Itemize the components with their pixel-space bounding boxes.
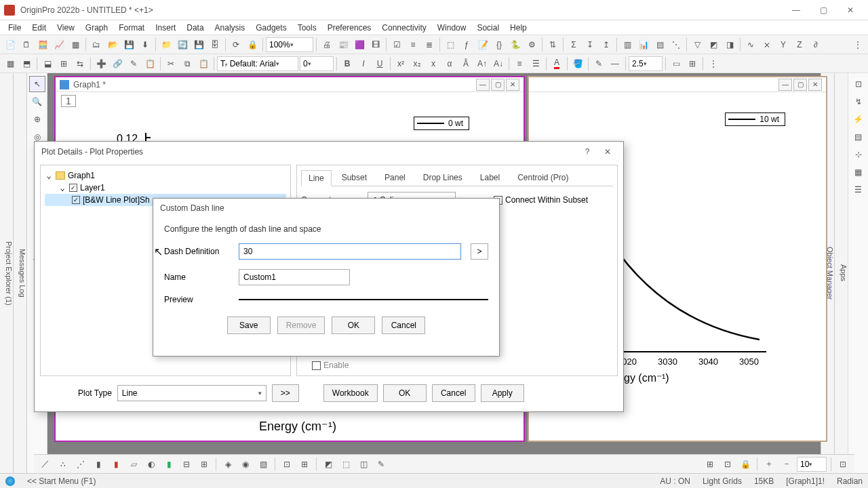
new-function-icon[interactable]: ƒ — [459, 37, 474, 52]
bold-icon[interactable]: B — [340, 56, 355, 71]
underline-icon[interactable]: U — [372, 56, 387, 71]
menu-file[interactable]: File — [3, 22, 26, 34]
asc-icon[interactable]: ↧ — [583, 37, 597, 52]
fill-color-icon[interactable]: 🪣 — [570, 56, 585, 71]
font-size-combo[interactable]: 0▾ — [300, 56, 334, 71]
layer-checkbox[interactable]: ✓ — [69, 184, 77, 192]
cd-cancel-button[interactable]: Cancel — [382, 317, 425, 334]
enable-checkbox[interactable] — [312, 361, 321, 370]
menu-edit[interactable]: Edit — [26, 22, 52, 34]
text-align-icon[interactable]: ≡ — [512, 56, 527, 71]
mask-icon[interactable]: ◩ — [706, 37, 721, 52]
font-color-icon[interactable]: A — [549, 56, 564, 71]
baseline-icon[interactable]: ⨯ — [760, 37, 774, 52]
paste-icon[interactable]: 📋 — [196, 56, 211, 71]
col-icon[interactable]: ▥ — [620, 37, 635, 52]
status-angle[interactable]: Radian — [837, 476, 863, 486]
code-icon[interactable]: {} — [492, 37, 507, 52]
bar-plot-icon[interactable]: ▮ — [108, 457, 123, 472]
stats-icon[interactable]: Σ — [566, 37, 581, 52]
speed-icon[interactable]: ⚡ — [850, 111, 867, 127]
line-style-icon[interactable]: — — [608, 56, 623, 71]
more-plot-icon[interactable]: ⊞ — [297, 457, 312, 472]
slide-icon[interactable]: 🎞 — [368, 37, 383, 52]
fit-layer-icon[interactable]: ⊡ — [835, 457, 850, 472]
line-plot-icon[interactable]: ／ — [38, 457, 53, 472]
mask-tool-icon[interactable]: ◩ — [321, 457, 336, 472]
gw1-close[interactable]: ✕ — [506, 79, 519, 91]
more2-icon[interactable]: ⋮ — [706, 56, 721, 71]
menu-gadgets[interactable]: Gadgets — [250, 22, 292, 34]
gw2-maximize[interactable]: ▢ — [793, 79, 807, 91]
lock-layer-icon[interactable]: 🔒 — [738, 457, 753, 472]
plot-checkbox[interactable]: ✓ — [72, 196, 80, 204]
save-all-icon[interactable]: 🗄 — [208, 37, 222, 52]
menu-graph[interactable]: Graph — [80, 22, 113, 34]
template-icon[interactable]: ⊡ — [279, 457, 294, 472]
new-layout-icon[interactable]: ⬚ — [443, 37, 458, 52]
gw1-minimize[interactable]: — — [476, 79, 490, 91]
duplicate-icon[interactable]: 🟪 — [352, 37, 367, 52]
legend-0wt[interactable]: 0 wt — [414, 117, 469, 130]
menu-connectivity[interactable]: Connectivity — [376, 22, 431, 34]
hist-icon[interactable]: ▤ — [652, 37, 667, 52]
fft-icon[interactable]: ∿ — [743, 37, 758, 52]
box-plot-icon[interactable]: ⊟ — [179, 457, 194, 472]
tab-label[interactable]: Label — [473, 169, 507, 186]
graph-window-2-titlebar[interactable]: — ▢ ✕ — [529, 77, 826, 92]
fit-y-icon[interactable]: Y — [776, 37, 791, 52]
legend-icon[interactable]: ☰ — [850, 182, 867, 198]
extract-icon[interactable]: ⬓ — [40, 56, 55, 71]
status-start-menu[interactable]: << Start Menu (F1) — [27, 476, 96, 486]
dash-def-input[interactable] — [239, 243, 461, 260]
save-project-icon[interactable]: 💾 — [191, 37, 206, 52]
gear-icon[interactable]: ⚙ — [524, 37, 539, 52]
check-icon[interactable]: ☑ — [389, 37, 404, 52]
layer-icon[interactable]: ▦ — [3, 56, 18, 71]
grid-size-combo[interactable]: 10▾ — [797, 457, 827, 472]
new-graph-icon[interactable]: 📈 — [52, 37, 66, 52]
table-icon[interactable]: ⊞ — [685, 56, 700, 71]
gw2-minimize[interactable]: — — [778, 79, 792, 91]
hist2-icon[interactable]: ⊞ — [197, 457, 212, 472]
merge-icon[interactable]: ⬒ — [19, 56, 34, 71]
scatter-plot-icon[interactable]: ∴ — [56, 457, 71, 472]
tree-layer1[interactable]: ⌄ ✓ Layer1 — [45, 182, 286, 194]
surface-icon[interactable]: ▧ — [256, 457, 271, 472]
zoom-out-icon[interactable]: － — [779, 457, 794, 472]
tab-subset[interactable]: Subset — [334, 169, 374, 186]
tree-graph1[interactable]: ⌄ Graph1 — [45, 169, 286, 182]
menu-tools[interactable]: Tools — [292, 22, 322, 34]
cd-ok-button[interactable]: OK — [332, 317, 375, 334]
open-template-icon[interactable]: 🗂 — [89, 37, 104, 52]
menu-view[interactable]: View — [52, 22, 80, 34]
right-align-icon[interactable]: ≣ — [422, 37, 437, 52]
gw1-maximize[interactable]: ▢ — [491, 79, 505, 91]
grid-icon[interactable]: ▦ — [850, 164, 867, 180]
contour-icon[interactable]: ◉ — [238, 457, 253, 472]
windows-orb-icon[interactable] — [5, 476, 15, 486]
help-button[interactable]: ? — [578, 144, 596, 159]
line-color-icon[interactable]: ✎ — [591, 56, 606, 71]
font-name-combo[interactable]: Tᵣ Default: Arial▾ — [217, 56, 298, 71]
new-project-icon[interactable]: 📄 — [3, 37, 18, 52]
3d-plot-icon[interactable]: ◈ — [220, 457, 235, 472]
open-project-icon[interactable]: 📁 — [159, 37, 174, 52]
plot-details-titlebar[interactable]: Plot Details - Plot Properties ? ✕ — [35, 142, 623, 162]
menu-social[interactable]: Social — [471, 22, 505, 34]
scatter-icon[interactable]: ⋱ — [669, 37, 684, 52]
name-input[interactable] — [239, 269, 350, 285]
menu-analysis[interactable]: Analysis — [210, 22, 251, 34]
print-preview-icon[interactable]: 📰 — [336, 37, 351, 52]
print-icon[interactable]: 🖨 — [319, 37, 334, 52]
plot-type-combo[interactable]: Line▾ — [117, 385, 267, 401]
add-layer-icon[interactable]: ➕ — [94, 56, 108, 71]
menu-format[interactable]: Format — [113, 22, 150, 34]
supersub-icon[interactable]: x — [426, 56, 441, 71]
tab-drop-lines[interactable]: Drop Lines — [416, 169, 470, 186]
collapse-icon-2[interactable]: ⌄ — [58, 183, 66, 192]
cd-remove-button[interactable]: Remove — [277, 317, 326, 334]
enable-row[interactable]: Enable — [312, 361, 349, 370]
custom-dash-titlebar[interactable]: Custom Dash line — [153, 199, 499, 218]
lock-icon[interactable]: 🔒 — [245, 37, 260, 52]
